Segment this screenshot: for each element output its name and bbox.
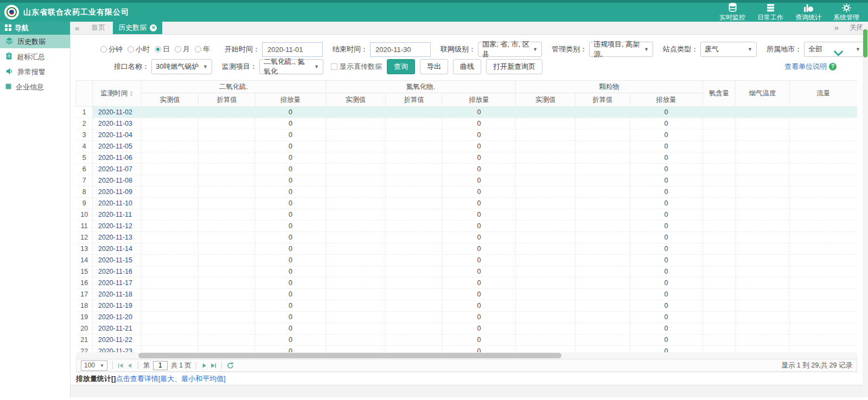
table-row[interactable]: 92020-11-10000 <box>76 198 858 209</box>
table-row[interactable]: 42020-11-05000 <box>76 141 858 152</box>
date-cell[interactable]: 2020-11-17 <box>93 278 142 289</box>
vertical-scrollbar-thumb[interactable] <box>863 29 867 57</box>
unit-description-link[interactable]: 查看单位说明 ? <box>784 62 868 72</box>
flue-temp-column-header: 烟气温度 <box>736 81 790 107</box>
topnav-database[interactable]: 实时监控 <box>719 3 745 22</box>
period-radio-日[interactable]: 日 <box>155 44 170 54</box>
period-radio-月[interactable]: 月 <box>175 44 190 54</box>
date-cell[interactable]: 2020-11-02 <box>93 107 142 118</box>
date-cell[interactable]: 2020-11-03 <box>93 118 142 130</box>
start-time-input[interactable] <box>262 42 323 57</box>
table-row[interactable]: 122020-11-13000 <box>76 232 858 243</box>
new-query-page-button[interactable]: 打开新查询页 <box>486 59 542 74</box>
radio-icon[interactable] <box>127 46 134 53</box>
table-row[interactable]: 212020-11-22000 <box>76 334 858 346</box>
date-cell[interactable]: 2020-11-05 <box>93 141 142 152</box>
direct-data-checkbox[interactable] <box>331 63 337 70</box>
date-cell[interactable]: 2020-11-11 <box>93 209 142 221</box>
vertical-scrollbar[interactable] <box>863 22 868 397</box>
table-row[interactable]: 132020-11-14000 <box>76 243 858 255</box>
value-cell <box>790 232 857 243</box>
table-row[interactable]: 22020-11-03000 <box>76 118 858 130</box>
tab-close-icon[interactable]: ✕ <box>150 24 157 31</box>
refresh-icon[interactable] <box>227 362 234 369</box>
sidebar-item[interactable]: 异常报警 <box>0 65 70 79</box>
page-number-input[interactable] <box>153 361 168 370</box>
time-column-header[interactable]: 监测时间▲▼ <box>93 81 142 107</box>
radio-icon[interactable] <box>175 46 181 53</box>
date-cell[interactable]: 2020-11-20 <box>93 312 142 323</box>
horizontal-scrollbar-thumb[interactable] <box>138 353 561 358</box>
emission-stats-detail-link[interactable]: 点击查看详情[最大、最小和平均值] <box>116 374 226 384</box>
sidebar-item[interactable]: 历史数据 <box>0 35 70 48</box>
table-row[interactable]: 112020-11-12000 <box>76 221 858 232</box>
query-button[interactable]: 查询 <box>387 59 415 74</box>
table-row[interactable]: 182020-11-19000 <box>76 300 858 312</box>
tab-home[interactable]: 首页 <box>84 21 113 34</box>
date-cell[interactable]: 2020-11-21 <box>93 323 142 334</box>
network-level-select[interactable]: 国家, 省, 市, 区县▼ <box>478 42 542 57</box>
horizontal-scrollbar[interactable] <box>76 352 857 359</box>
radio-icon[interactable] <box>155 46 161 53</box>
last-page-icon[interactable] <box>210 363 216 369</box>
date-cell[interactable]: 2020-11-08 <box>93 175 142 186</box>
tabs-scroll-right-icon[interactable]: » <box>830 22 843 34</box>
pm-converted-header: 折算值 <box>576 93 630 107</box>
end-time-input[interactable] <box>370 42 431 57</box>
table-row[interactable]: 162020-11-17000 <box>76 278 858 289</box>
date-cell[interactable]: 2020-11-04 <box>93 130 142 141</box>
table-row[interactable]: 192020-11-20000 <box>76 312 858 323</box>
outlet-name-select[interactable]: 30吨燃气锅炉▼ <box>151 59 212 74</box>
table-row[interactable]: 202020-11-21000 <box>76 323 858 334</box>
table-row[interactable]: 82020-11-09000 <box>76 186 858 198</box>
sort-icon[interactable]: ▲▼ <box>130 91 133 97</box>
topnav-bar-chart[interactable]: 查询统计 <box>795 3 821 22</box>
topnav-gears[interactable]: 系统管理 <box>833 3 859 22</box>
sidebar-item[interactable]: 企业信息 <box>0 80 70 94</box>
table-row[interactable]: 102020-11-11000 <box>76 209 858 221</box>
date-cell[interactable]: 2020-11-10 <box>93 198 142 209</box>
date-cell[interactable]: 2020-11-12 <box>93 221 142 232</box>
period-radio-小时[interactable]: 小时 <box>127 44 150 54</box>
period-radio-分钟[interactable]: 分钟 <box>100 44 123 54</box>
date-cell[interactable]: 2020-11-09 <box>93 186 142 198</box>
date-cell[interactable]: 2020-11-15 <box>93 255 142 266</box>
close-all-tabs-button[interactable]: 关闭 <box>850 23 864 33</box>
sidebar-item[interactable]: 超标汇总 <box>0 50 70 63</box>
page-size-select[interactable]: 100 ▼ <box>81 360 107 371</box>
date-cell[interactable]: 2020-11-22 <box>93 334 142 346</box>
period-radio-年[interactable]: 年 <box>195 44 210 54</box>
curve-button[interactable]: 曲线 <box>453 59 481 74</box>
table-row[interactable]: 12020-11-02000 <box>76 107 858 118</box>
table-row[interactable]: 142020-11-15000 <box>76 255 858 266</box>
date-cell[interactable]: 2020-11-13 <box>93 232 142 243</box>
date-cell[interactable]: 2020-11-16 <box>93 266 142 278</box>
table-row[interactable]: 72020-11-08000 <box>76 175 858 186</box>
table-row[interactable]: 152020-11-16000 <box>76 266 858 278</box>
date-cell[interactable]: 2020-11-07 <box>93 164 142 175</box>
tab-history-data[interactable]: 历史数据 ✕ <box>113 21 162 34</box>
table-row[interactable]: 172020-11-18000 <box>76 289 858 300</box>
first-page-icon[interactable] <box>118 363 124 369</box>
table-row[interactable]: 62020-11-07000 <box>76 164 858 175</box>
date-cell[interactable]: 2020-11-14 <box>93 243 142 255</box>
site-type-select[interactable]: 废气▼ <box>700 42 757 57</box>
table-row[interactable]: 52020-11-06000 <box>76 152 858 164</box>
export-button[interactable]: 导出 <box>420 59 448 74</box>
radio-icon[interactable] <box>195 46 201 53</box>
topnav-server[interactable]: 日常工作 <box>757 3 783 22</box>
mgmt-category-select[interactable]: 违规项目, 高架源,▼ <box>589 42 653 57</box>
date-cell[interactable]: 2020-11-19 <box>93 300 142 312</box>
value-cell <box>386 221 443 232</box>
value-cell <box>790 118 857 130</box>
next-page-icon[interactable] <box>201 363 207 369</box>
value-cell: 0 <box>256 312 326 323</box>
prev-page-icon[interactable] <box>127 363 133 369</box>
radio-icon[interactable] <box>100 46 107 53</box>
date-cell[interactable]: 2020-11-18 <box>93 289 142 300</box>
date-cell[interactable]: 2020-11-06 <box>93 152 142 164</box>
monitor-item-select[interactable]: 二氧化硫., 氮氧化▼ <box>259 59 323 74</box>
tabs-scroll-left-icon[interactable]: « <box>71 22 84 34</box>
table-row[interactable]: 32020-11-04000 <box>76 130 858 141</box>
collapse-filters-icon[interactable] <box>834 49 843 59</box>
